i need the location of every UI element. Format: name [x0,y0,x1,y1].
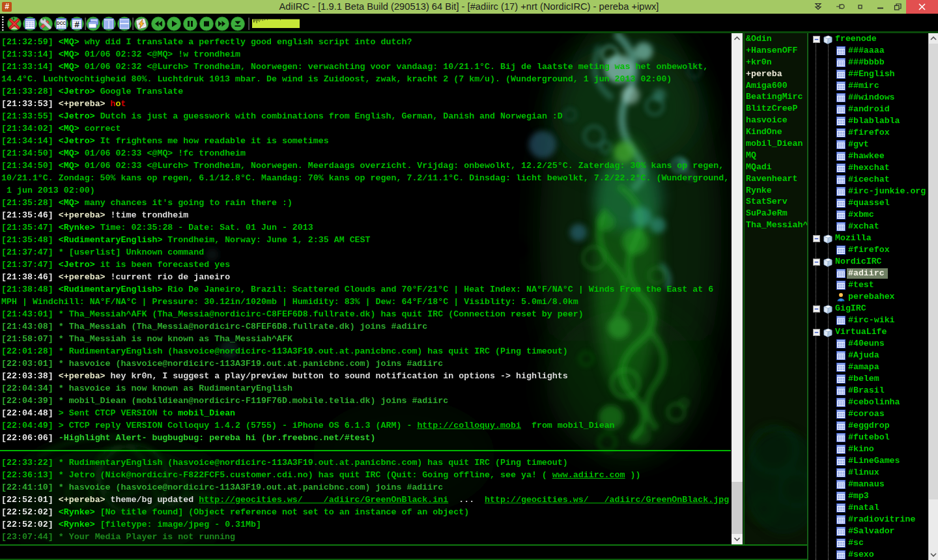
svg-text:#: # [74,20,79,29]
svg-text:DCC: DCC [57,21,66,25]
